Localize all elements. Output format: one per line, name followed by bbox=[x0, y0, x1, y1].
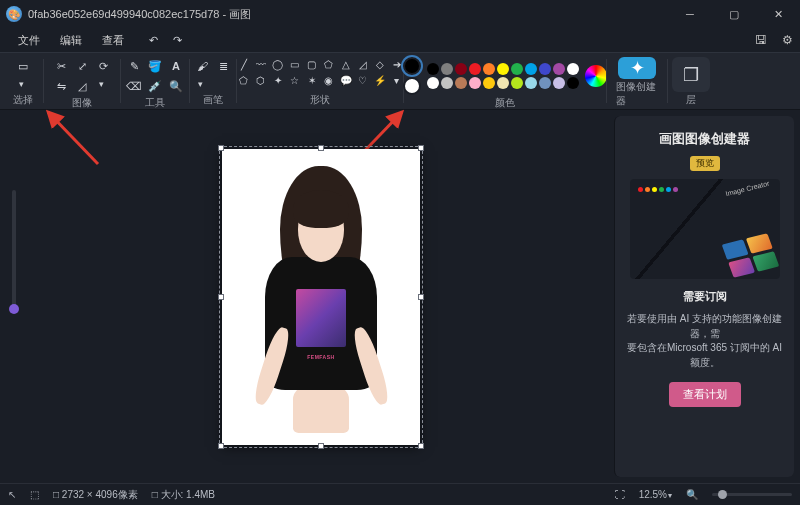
panel-badge: 预览 bbox=[690, 156, 720, 171]
selection-handle[interactable] bbox=[318, 145, 324, 151]
color-swatch[interactable] bbox=[525, 63, 537, 75]
selection-handle[interactable] bbox=[418, 443, 424, 449]
color-swatch[interactable] bbox=[497, 77, 509, 89]
color-swatch[interactable] bbox=[553, 77, 565, 89]
save-icon[interactable]: 🖫 bbox=[748, 33, 774, 47]
menu-edit[interactable]: 编辑 bbox=[50, 30, 92, 51]
color-swatch[interactable] bbox=[539, 77, 551, 89]
shape-line[interactable]: ╱ bbox=[237, 57, 251, 71]
zoom-out-icon[interactable]: 🔍 bbox=[686, 489, 698, 500]
picker-tool[interactable]: 💉 bbox=[146, 77, 164, 95]
shape-lightning[interactable]: ⚡ bbox=[373, 73, 387, 87]
color-secondary[interactable] bbox=[403, 77, 421, 95]
flip-tool[interactable]: ⇋ bbox=[52, 77, 70, 95]
close-button[interactable]: ✕ bbox=[756, 0, 800, 28]
selection-handle[interactable] bbox=[218, 443, 224, 449]
redo-button[interactable]: ↷ bbox=[168, 31, 186, 49]
color-swatch[interactable] bbox=[497, 63, 509, 75]
panel-cta-button[interactable]: 查看计划 bbox=[669, 382, 741, 407]
color-swatch[interactable] bbox=[511, 63, 523, 75]
shape-star5[interactable]: ☆ bbox=[288, 73, 302, 87]
section-image-label: 图像 bbox=[72, 96, 92, 110]
selection-handle[interactable] bbox=[418, 145, 424, 151]
shape-star6[interactable]: ✶ bbox=[305, 73, 319, 87]
color-swatch[interactable] bbox=[525, 77, 537, 89]
color-swatch[interactable] bbox=[455, 77, 467, 89]
image-dropdown[interactable]: ▾ bbox=[94, 77, 108, 91]
magnifier-tool[interactable]: 🔍 bbox=[167, 77, 185, 95]
color-swatch[interactable] bbox=[469, 63, 481, 75]
shape-rtriangle[interactable]: ◿ bbox=[356, 57, 370, 71]
shape-polygon[interactable]: ⬠ bbox=[322, 57, 336, 71]
shape-hexagon[interactable]: ⬡ bbox=[254, 73, 268, 87]
selection-handle[interactable] bbox=[318, 443, 324, 449]
color-swatch[interactable] bbox=[567, 77, 579, 89]
color-swatch[interactable] bbox=[469, 77, 481, 89]
shape-callout[interactable]: ◉ bbox=[322, 73, 336, 87]
stroke-width[interactable]: ≣ bbox=[215, 57, 233, 75]
color-swatch[interactable] bbox=[441, 77, 453, 89]
color-swatch[interactable] bbox=[553, 63, 565, 75]
crop-tool[interactable]: ✂ bbox=[52, 57, 70, 75]
shape-diamond[interactable]: ◇ bbox=[373, 57, 387, 71]
color-swatch[interactable] bbox=[567, 63, 579, 75]
svg-line-0 bbox=[48, 112, 98, 164]
fill-tool[interactable]: 🪣 bbox=[146, 57, 164, 75]
brush-dropdown[interactable]: ▾ bbox=[194, 77, 208, 91]
color-picker-button[interactable] bbox=[585, 65, 607, 87]
zoom-slider[interactable] bbox=[712, 493, 792, 496]
selection-handle[interactable] bbox=[218, 294, 224, 300]
shape-heart[interactable]: ♡ bbox=[356, 73, 370, 87]
maximize-button[interactable]: ▢ bbox=[712, 0, 756, 28]
shape-bubble[interactable]: 💬 bbox=[339, 73, 353, 87]
color-swatch[interactable] bbox=[441, 63, 453, 75]
shape-arrow-r[interactable]: ➔ bbox=[390, 57, 404, 71]
shape-roundrect[interactable]: ▢ bbox=[305, 57, 319, 71]
panel-subtitle: 需要订阅 bbox=[683, 289, 727, 304]
color-swatch[interactable] bbox=[483, 77, 495, 89]
color-swatch[interactable] bbox=[511, 77, 523, 89]
shape-star4[interactable]: ✦ bbox=[271, 73, 285, 87]
color-swatch[interactable] bbox=[539, 63, 551, 75]
shape-triangle[interactable]: △ bbox=[339, 57, 353, 71]
shape-curve[interactable]: 〰 bbox=[254, 57, 268, 71]
color-swatch[interactable] bbox=[483, 63, 495, 75]
eraser-tool[interactable]: ⌫ bbox=[125, 77, 143, 95]
shapes-dropdown[interactable]: ▾ bbox=[390, 73, 404, 87]
resize-tool[interactable]: ⤢ bbox=[73, 57, 91, 75]
layers-button[interactable]: ❐ bbox=[672, 57, 710, 92]
shape-rect[interactable]: ▭ bbox=[288, 57, 302, 71]
select-rect-tool[interactable]: ▭ bbox=[14, 57, 32, 75]
undo-button[interactable]: ↶ bbox=[144, 31, 162, 49]
color-swatch[interactable] bbox=[455, 63, 467, 75]
title-bar: 🎨 0fab36e052e69d499940c082ec175d78 - 画图 … bbox=[0, 0, 800, 28]
selection-handle[interactable] bbox=[418, 294, 424, 300]
canvas-area[interactable]: FEMFASH bbox=[28, 110, 614, 483]
menu-view[interactable]: 查看 bbox=[92, 30, 134, 51]
panel-preview-label: Image Creator bbox=[725, 180, 770, 198]
rotate-tool[interactable]: ⟳ bbox=[94, 57, 112, 75]
artboard[interactable]: FEMFASH bbox=[222, 149, 420, 445]
color-swatch[interactable] bbox=[427, 63, 439, 75]
minimize-button[interactable]: ─ bbox=[668, 0, 712, 28]
menu-file[interactable]: 文件 bbox=[8, 30, 50, 51]
image-creator-button[interactable]: ✦ bbox=[618, 57, 656, 79]
brush-size-slider[interactable] bbox=[12, 190, 16, 310]
select-dropdown[interactable]: ▾ bbox=[14, 77, 28, 91]
section-select-label: 选择 bbox=[13, 93, 33, 107]
pencil-tool[interactable]: ✎ bbox=[125, 57, 143, 75]
shape-oval[interactable]: ◯ bbox=[271, 57, 285, 71]
shape-pentagon[interactable]: ⬠ bbox=[237, 73, 251, 87]
zoom-level[interactable]: 12.5%▾ bbox=[639, 489, 672, 500]
text-tool[interactable]: A bbox=[167, 57, 185, 75]
color-swatch[interactable] bbox=[427, 77, 439, 89]
selection-handle[interactable] bbox=[218, 145, 224, 151]
settings-icon[interactable]: ⚙ bbox=[774, 33, 800, 47]
brush-tool[interactable]: 🖌 bbox=[194, 57, 212, 75]
fit-screen-icon[interactable]: ⛶ bbox=[615, 489, 625, 500]
section-tools-label: 工具 bbox=[145, 96, 165, 110]
section-shapes-label: 形状 bbox=[310, 93, 330, 107]
panel-title: 画图图像创建器 bbox=[659, 130, 750, 148]
skew-tool[interactable]: ◿ bbox=[73, 77, 91, 95]
color-primary[interactable] bbox=[403, 57, 421, 75]
